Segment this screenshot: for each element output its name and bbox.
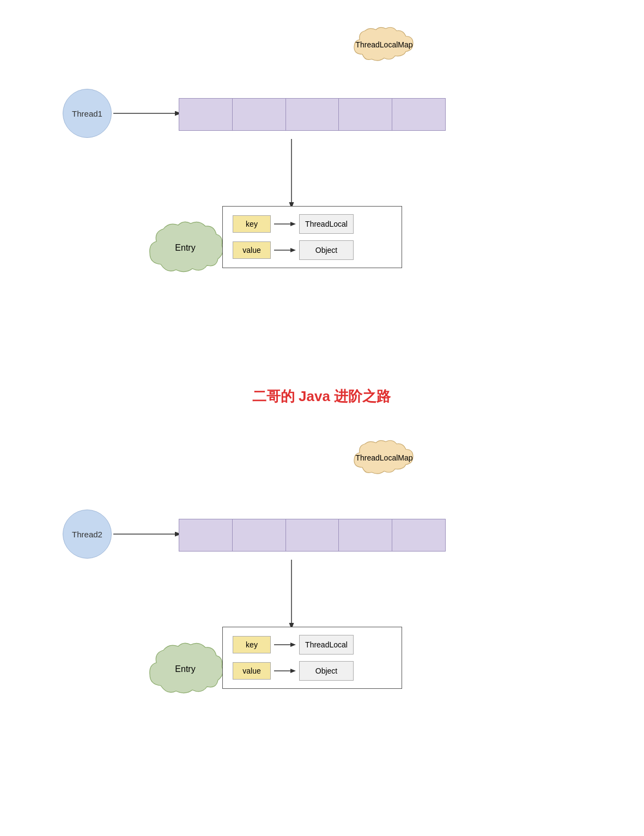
- key-box-1: key: [233, 215, 271, 233]
- value-row-2: value Object: [233, 661, 392, 681]
- array-cell: [392, 519, 445, 551]
- value-box-1: value: [233, 241, 271, 259]
- array-cell: [339, 99, 392, 130]
- key-row-1: key ThreadLocal: [233, 214, 392, 234]
- threadlocal-box-1: ThreadLocal: [299, 214, 354, 234]
- array-cell: [339, 519, 392, 551]
- array-cell: [179, 519, 233, 551]
- watermark: 二哥的 Java 进阶之路: [212, 387, 430, 406]
- array-bar-2: [179, 519, 446, 552]
- value-row-1: value Object: [233, 240, 392, 260]
- svg-marker-7: [290, 248, 296, 252]
- svg-marker-11: [290, 669, 296, 673]
- entry-box-1: key ThreadLocal value Object: [222, 206, 402, 268]
- entry-label-2: Entry: [175, 664, 195, 674]
- array-cell: [233, 99, 286, 130]
- object-box-2: Object: [299, 661, 354, 681]
- entry-cloud-1: Entry: [144, 215, 226, 281]
- array-bar-1: [179, 98, 446, 131]
- threadlocalmap-cloud-1: ThreadLocalMap: [349, 23, 420, 66]
- key-box-2: key: [233, 636, 271, 653]
- thread2-circle: Thread2: [63, 510, 112, 559]
- array-cell: [286, 99, 339, 130]
- array-cell: [392, 99, 445, 130]
- threadlocalmap-label-1: ThreadLocalMap: [355, 40, 412, 49]
- object-box-1: Object: [299, 240, 354, 260]
- entry-label-1: Entry: [175, 243, 195, 253]
- array-cell: [233, 519, 286, 551]
- key-row-2: key ThreadLocal: [233, 635, 392, 655]
- thread1-circle: Thread1: [63, 89, 112, 138]
- entry-box-2: key ThreadLocal value Object: [222, 627, 402, 689]
- entry-cloud-2: Entry: [144, 637, 226, 702]
- svg-marker-9: [290, 643, 296, 647]
- threadlocalmap-label-2: ThreadLocalMap: [355, 453, 412, 462]
- value-box-2: value: [233, 662, 271, 680]
- array-cell: [179, 99, 233, 130]
- threadlocalmap-cloud-2: ThreadLocalMap: [349, 436, 420, 480]
- svg-marker-5: [290, 222, 296, 226]
- array-cell: [286, 519, 339, 551]
- threadlocal-box-2: ThreadLocal: [299, 635, 354, 655]
